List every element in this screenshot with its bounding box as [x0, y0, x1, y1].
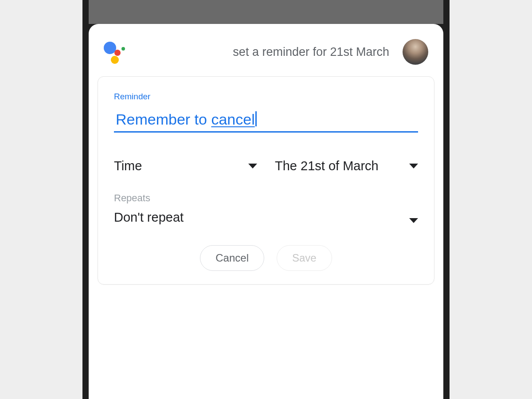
reminder-field-label: Reminder — [114, 92, 418, 102]
user-avatar[interactable] — [403, 39, 428, 65]
chevron-down-icon — [409, 164, 418, 168]
reminder-card: Reminder Remember to cancel Time The 21s… — [98, 76, 434, 285]
reminder-title-text: Remember to cancel — [116, 110, 255, 129]
assistant-header: set a reminder for 21st March — [98, 36, 434, 76]
text-caret — [255, 111, 257, 126]
chevron-down-icon — [409, 218, 418, 223]
repeats-label: Repeats — [114, 192, 418, 204]
cancel-button[interactable]: Cancel — [200, 245, 264, 271]
chevron-down-icon — [248, 164, 257, 168]
time-dropdown-value: Time — [114, 157, 142, 175]
assistant-sheet: set a reminder for 21st March Reminder R… — [89, 24, 443, 399]
time-date-row: Time The 21st of March — [114, 157, 418, 175]
reminder-title-input[interactable]: Remember to cancel — [114, 108, 418, 133]
user-query-text: set a reminder for 21st March — [136, 45, 395, 59]
repeat-dropdown-value: Don't repeat — [114, 210, 184, 225]
device-frame: set a reminder for 21st March Reminder R… — [82, 0, 450, 399]
assistant-logo-icon — [104, 40, 128, 64]
repeat-dropdown[interactable]: Don't repeat — [114, 210, 418, 225]
save-button[interactable]: Save — [277, 245, 332, 271]
card-actions: Cancel Save — [114, 245, 418, 271]
status-bar-backdrop — [89, 0, 443, 24]
time-dropdown[interactable]: Time — [114, 157, 257, 175]
date-dropdown-value: The 21st of March — [275, 157, 379, 175]
date-dropdown[interactable]: The 21st of March — [275, 157, 418, 175]
